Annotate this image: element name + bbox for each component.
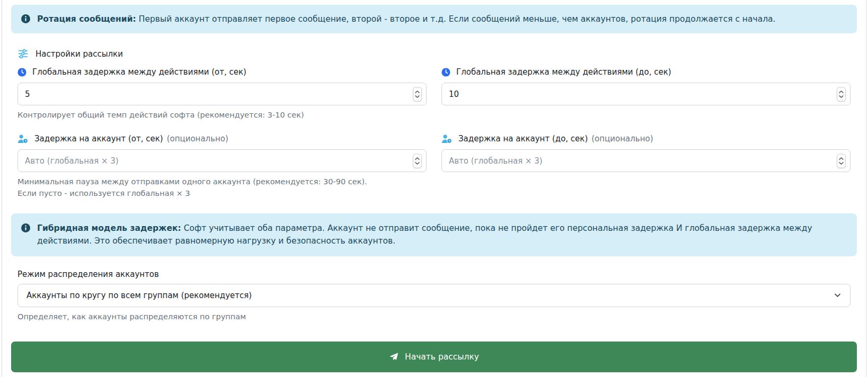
distribution-mode-label: Режим распределения аккаунтов <box>17 270 851 279</box>
global-delay-from-input[interactable] <box>17 83 427 105</box>
global-delay-from-label: Глобальная задержка между действиями (от… <box>17 67 427 77</box>
settings-panel: Ротация сообщений:Первый аккаунт отправл… <box>2 0 866 377</box>
start-mailing-label: Начать рассылку <box>405 352 479 362</box>
sliders-icon <box>17 48 29 59</box>
user-clock-icon <box>441 134 453 143</box>
field-account-delay-to: Задержка на аккаунт (до, сек) (опциональ… <box>441 134 851 200</box>
distribution-mode-help: Определяет, как аккаунты распределяются … <box>17 311 851 323</box>
stepper-up-down-icon[interactable] <box>837 154 846 168</box>
account-delay-from-input[interactable] <box>17 149 427 172</box>
delay-settings-grid: Глобальная задержка между действиями (от… <box>17 67 851 199</box>
user-clock-icon <box>17 134 29 143</box>
account-delay-to-label: Задержка на аккаунт (до, сек) (опциональ… <box>441 134 851 143</box>
stepper-up-down-icon[interactable] <box>837 87 846 101</box>
account-delay-to-input[interactable] <box>441 149 851 172</box>
start-mailing-button[interactable]: Начать рассылку <box>11 342 857 372</box>
rotation-alert-text: Ротация сообщений:Первый аккаунт отправл… <box>37 13 775 25</box>
field-account-delay-from: Задержка на аккаунт (от, сек) (опциональ… <box>17 134 427 200</box>
stepper-up-down-icon[interactable] <box>413 154 422 168</box>
hybrid-alert-title: Гибридная модель задержек: <box>37 223 181 233</box>
distribution-selected-option: Аккаунты по кругу по всем группам (реком… <box>26 291 252 300</box>
global-delay-help: Контролирует общий темп действий софта (… <box>17 110 427 121</box>
global-delay-to-input[interactable] <box>441 83 851 105</box>
clock-icon <box>441 68 450 77</box>
hybrid-alert-text: Гибридная модель задержек:Софт учитывает… <box>37 222 847 248</box>
paper-plane-icon <box>389 352 398 362</box>
distribution-mode-select[interactable]: Аккаунты по кругу по всем группам (реком… <box>17 284 851 307</box>
hybrid-model-alert: Гибридная модель задержек:Софт учитывает… <box>11 213 857 256</box>
clock-icon <box>17 68 26 77</box>
info-circle-icon <box>21 222 30 232</box>
info-circle-icon <box>21 13 30 23</box>
rotation-alert-title: Ротация сообщений: <box>37 14 136 24</box>
stepper-up-down-icon[interactable] <box>413 87 422 101</box>
global-delay-to-label: Глобальная задержка между действиями (до… <box>441 67 851 77</box>
account-delay-help: Минимальная пауза между отправками одног… <box>17 176 367 200</box>
chevron-down-icon <box>834 291 842 299</box>
mailing-settings-header: Настройки рассылки <box>17 48 851 59</box>
section-title: Настройки рассылки <box>36 49 123 59</box>
field-global-delay-from: Глобальная задержка между действиями (от… <box>17 67 427 121</box>
rotation-info-alert: Ротация сообщений:Первый аккаунт отправл… <box>11 5 857 33</box>
account-delay-from-label: Задержка на аккаунт (от, сек) (опциональ… <box>17 134 427 143</box>
field-global-delay-to: Глобальная задержка между действиями (до… <box>441 67 851 121</box>
